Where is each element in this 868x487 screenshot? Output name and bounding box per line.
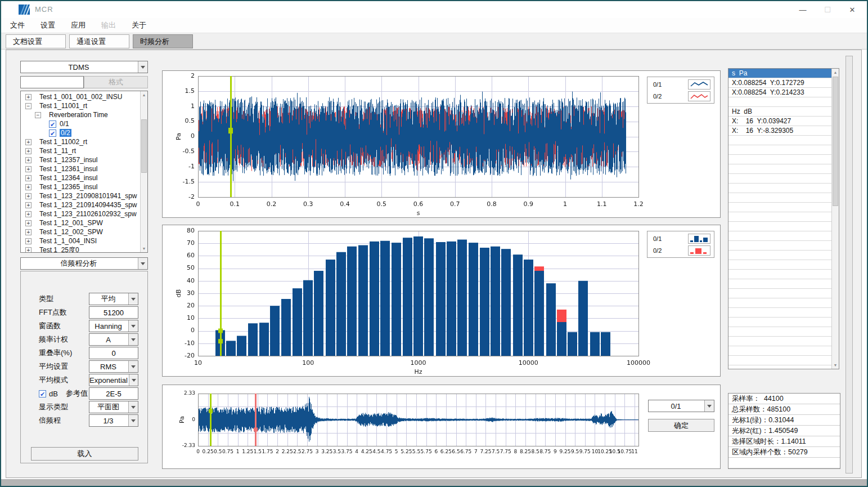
form-input-4[interactable] (89, 347, 138, 359)
octave-spectrum-plot[interactable] (163, 225, 721, 377)
menu-item-4[interactable]: 关于 (128, 19, 150, 32)
tree-item[interactable]: +Test 1_123_210914094435_spw (21, 200, 140, 209)
readout-row: X:0.088254 Y:0.172729 (728, 78, 831, 88)
readout-row (728, 308, 831, 318)
tree-item[interactable]: +Test 1_12361_insul (21, 164, 140, 173)
form-input-7[interactable] (89, 387, 138, 400)
bar-series-icon[interactable] (688, 234, 710, 244)
tree-item[interactable]: +Test 1_12_001_SPW (21, 218, 140, 227)
expand-icon[interactable]: + (25, 229, 32, 235)
tree-item[interactable]: ✔0/1 (21, 119, 140, 128)
tab-2[interactable]: 时频分析 (133, 34, 193, 48)
line-series-icon[interactable] (688, 91, 710, 101)
load-button[interactable]: 载入 (31, 447, 138, 461)
tree-item[interactable]: +Test 1_11_rt (21, 146, 140, 155)
right-scrollbar[interactable] (845, 56, 853, 473)
expand-icon[interactable]: + (25, 175, 32, 181)
readout-scrollbar[interactable]: ▲ ▼ (831, 69, 839, 369)
minimize-button[interactable]: — (790, 1, 815, 18)
expand-icon[interactable]: + (25, 166, 32, 172)
expand-icon[interactable]: + (25, 211, 32, 217)
menu-item-0[interactable]: 文件 (7, 19, 28, 32)
form-label: 显示类型 (39, 402, 68, 412)
tree-item[interactable]: +Test 1_12357_insul (21, 155, 140, 164)
expand-icon[interactable]: + (25, 157, 32, 163)
expand-icon[interactable]: + (25, 247, 32, 253)
expand-icon[interactable]: + (25, 148, 32, 154)
channel-checkbox[interactable]: ✔ (49, 120, 56, 128)
expand-icon[interactable]: + (25, 220, 32, 226)
form-select-3[interactable]: A (89, 333, 138, 346)
bar-series-icon[interactable] (688, 245, 710, 256)
tab-1[interactable]: 通道设置 (69, 34, 129, 48)
expand-icon[interactable]: + (25, 193, 32, 199)
menu-item-2[interactable]: 应用 (68, 19, 89, 32)
form-select-6[interactable]: Exponential (89, 374, 138, 386)
form-select-2[interactable]: Hanning (89, 320, 138, 332)
tree-item[interactable]: ✔0/2 (21, 128, 140, 137)
expand-icon[interactable]: + (25, 139, 32, 145)
tree-item-label: Test 1_123_210908101941_spw (39, 192, 137, 200)
form-label: 重叠率(%) (39, 348, 72, 358)
tree-item-label: Test 1_123_210914094435_spw (39, 201, 137, 209)
form-select-5[interactable]: RMS (89, 360, 138, 373)
tree-item[interactable]: +Test 1_1_004_INSI (21, 236, 140, 245)
stats-row: 区域内采样个数：50279 (728, 447, 840, 458)
expand-icon[interactable]: + (25, 238, 32, 244)
readout-scrollbar-thumb[interactable] (833, 77, 838, 206)
tree-item[interactable]: +Test 1_11002_rt (21, 137, 140, 146)
scroll-up-icon[interactable]: ▲ (832, 69, 839, 76)
scroll-down-icon[interactable]: ▼ (832, 361, 839, 369)
analysis-type-combo[interactable]: 倍频程分析 (20, 257, 148, 270)
collapse-icon[interactable]: − (25, 103, 32, 109)
form-row: 类型平均 (21, 292, 147, 306)
format-button: 格式 (84, 76, 148, 88)
form-select-9[interactable]: 1/3 (89, 414, 138, 427)
overview-waveform-plot[interactable] (163, 385, 721, 470)
tree-scrollbar-thumb[interactable] (141, 119, 147, 173)
channel-combo[interactable]: 0/1 (648, 400, 714, 412)
maximize-button[interactable]: ☐ (815, 1, 840, 18)
tree-item-label: Test 1_12361_insul (39, 165, 97, 173)
expand-icon[interactable]: + (25, 184, 32, 190)
form-input-1[interactable] (89, 306, 138, 319)
legend-item-0-1[interactable]: 0/1 (647, 233, 714, 244)
expand-icon[interactable]: + (25, 94, 32, 100)
filter-input[interactable] (20, 76, 84, 88)
tree-item[interactable]: +Test 1_12_002_SPW (21, 227, 140, 236)
form-select-8[interactable]: 平面图 (89, 401, 138, 413)
tree-item[interactable]: +Test 1_123_210908101941_spw (21, 191, 140, 200)
legend-item-0-1[interactable]: 0/1 (647, 78, 714, 90)
tree-item[interactable]: +Test 1_001_001_002_INSU (21, 92, 140, 101)
tree-item[interactable]: −Test 1_11001_rt (21, 101, 140, 110)
close-button[interactable]: ✕ (840, 1, 865, 18)
legend-item-0-2[interactable]: 0/2 (647, 90, 714, 102)
form-label: 参考值 (66, 388, 88, 399)
line-series-icon[interactable] (688, 79, 710, 90)
spectrum-legend: 0/10/2 (647, 231, 714, 258)
file-format-combo[interactable]: TDMS (20, 61, 148, 73)
octave-spectrum-panel: 0/10/2 (162, 225, 721, 377)
scroll-down-icon[interactable]: ▼ (141, 245, 147, 252)
scroll-up-icon[interactable]: ▲ (141, 91, 147, 99)
db-checkbox[interactable]: ✔ (39, 390, 46, 397)
expand-icon[interactable]: + (25, 202, 32, 208)
collapse-icon[interactable]: − (35, 112, 41, 118)
tree-item[interactable]: −Reverberation Time (21, 110, 140, 119)
menu-item-1[interactable]: 设置 (37, 19, 59, 32)
form-select-0[interactable]: 平均 (89, 293, 138, 305)
time-waveform-plot[interactable] (163, 71, 721, 218)
tree-item[interactable]: +Test 1_12365_insul (21, 182, 140, 191)
tree-scrollbar[interactable]: ▲ ▼ (140, 91, 147, 252)
tab-0[interactable]: 文档设置 (6, 34, 66, 48)
readout-row (728, 222, 831, 231)
channel-checkbox[interactable]: ✔ (49, 129, 56, 137)
form-row: 平均设置RMS (21, 360, 147, 373)
tree-item[interactable]: +Test 1_12364_insul (21, 173, 140, 182)
tree-item[interactable]: +Test 1_123_211026102932_spw (21, 209, 140, 218)
legend-item-0-2[interactable]: 0/2 (647, 244, 714, 256)
confirm-button[interactable]: 确定 (648, 419, 714, 432)
tree-item[interactable]: +Test 1_25度0 (21, 245, 140, 253)
tree-item-label: Test 1_12364_insul (39, 174, 97, 182)
form-label: 平均设置 (39, 361, 68, 372)
